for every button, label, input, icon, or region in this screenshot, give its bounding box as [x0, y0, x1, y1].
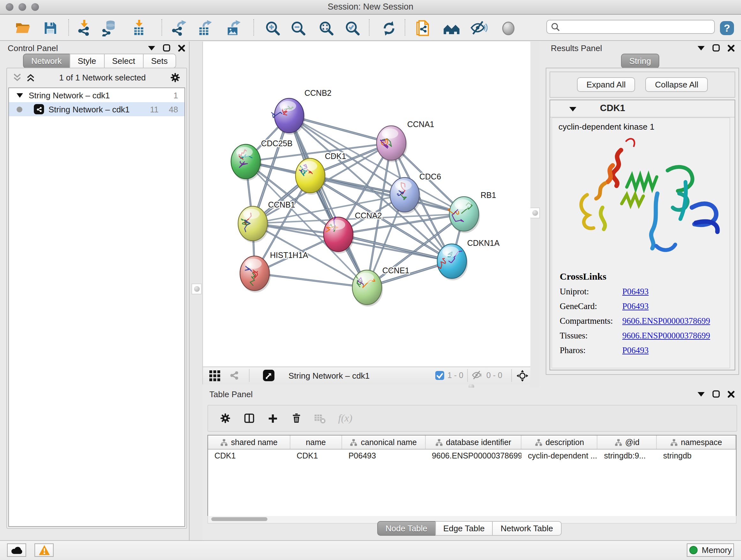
table-row[interactable]: CDK1CDK1P064939606.ENSP00000378699cyclin… — [208, 449, 736, 462]
collapse-all-button[interactable]: Collapse All — [646, 77, 708, 92]
table-cell[interactable]: stringdb:9... — [598, 449, 657, 462]
panel-float-icon[interactable] — [712, 390, 720, 398]
toolbar-divider — [68, 19, 69, 36]
network-view-canvas[interactable]: CCNB2CCNA1CDC25BCDC6RB1CDK1CCNB1CCNA2CDK… — [202, 42, 530, 367]
table-cell[interactable]: stringdb — [657, 449, 736, 462]
export-network-icon — [171, 20, 187, 37]
memory-button[interactable]: Memory — [687, 543, 734, 557]
panel-float-icon[interactable] — [163, 44, 171, 52]
column-header-description[interactable]: description — [522, 435, 597, 449]
show-columns-button[interactable] — [241, 411, 257, 426]
tab-style[interactable]: Style — [69, 54, 105, 68]
panel-close-icon[interactable] — [728, 390, 735, 397]
tab-sets[interactable]: Sets — [143, 54, 176, 68]
scrollbar-thumb[interactable] — [211, 517, 267, 521]
crosslink-value-link[interactable]: P06493 — [622, 346, 649, 356]
refresh-button[interactable] — [379, 18, 399, 38]
export-image-button[interactable] — [223, 18, 244, 38]
panel-close-icon[interactable] — [178, 44, 185, 51]
network-node-ccnb2[interactable]: CCNB2 — [271, 88, 332, 135]
collapse-all-chevron-icon[interactable] — [13, 73, 22, 82]
table-cell[interactable]: 9606.ENSP00000378699 — [425, 449, 522, 462]
fit-selected-button[interactable] — [516, 369, 529, 382]
network-node-ccne1[interactable]: CCNE1 — [352, 266, 409, 307]
document-share-button[interactable] — [413, 18, 433, 38]
network-row[interactable]: String Network – cdk1 11 48 — [9, 102, 185, 116]
node-label: CCNE1 — [382, 266, 409, 275]
tab-string[interactable]: String — [621, 54, 659, 68]
control-panel: Control Panel NetworkStyleSelectSets 1 o… — [4, 42, 189, 530]
table-cell[interactable]: CDK1 — [290, 449, 342, 462]
panel-collapse-icon[interactable] — [148, 45, 155, 51]
create-column-button[interactable] — [264, 411, 281, 426]
tab-node-table[interactable]: Node Table — [377, 521, 435, 536]
tab-network-table[interactable]: Network Table — [492, 521, 561, 536]
cloud-status-button[interactable] — [7, 543, 26, 557]
edge-count: 48 — [169, 105, 178, 114]
column-header-id[interactable]: @id — [598, 435, 657, 449]
import-network-file-button[interactable] — [74, 18, 94, 38]
network-node-cdc6[interactable]: CDC6 — [390, 172, 441, 214]
column-header-canonical-name[interactable]: canonical name — [342, 435, 425, 449]
hidden-elements-indicator[interactable]: 0 - 0 — [472, 369, 502, 382]
column-header-shared-name[interactable]: shared name — [208, 435, 290, 449]
network-node-hist1h1a[interactable]: HIST1H1A — [240, 251, 308, 293]
shared-column-tree-icon — [614, 438, 622, 446]
tab-edge-table[interactable]: Edge Table — [435, 521, 493, 536]
open-session-button[interactable] — [13, 18, 33, 38]
save-session-button[interactable] — [40, 18, 61, 38]
zoom-out-button[interactable] — [288, 18, 308, 38]
network-node-rb1[interactable]: RB1 — [448, 191, 496, 233]
grid-view-button[interactable] — [209, 369, 220, 382]
share-view-button[interactable] — [228, 369, 240, 382]
section-collapse-icon[interactable] — [569, 106, 576, 112]
table-options-button[interactable] — [217, 411, 233, 426]
expand-all-button[interactable]: Expand All — [577, 77, 635, 92]
gene-section-header[interactable]: CDK1 — [550, 100, 735, 118]
import-network-database-button[interactable] — [99, 18, 119, 38]
delete-column-button[interactable] — [288, 411, 305, 426]
table-cell[interactable]: CDK1 — [208, 449, 290, 462]
search-input[interactable] — [563, 21, 713, 34]
network-node-cdkn1a[interactable]: CDKN1A — [437, 239, 500, 280]
export-network-button[interactable] — [169, 18, 189, 38]
panel-collapse-icon[interactable] — [697, 45, 704, 51]
panel-collapse-icon[interactable] — [697, 391, 704, 396]
zoom-fit-button[interactable] — [316, 18, 336, 38]
zoom-in-button[interactable] — [262, 18, 283, 38]
tab-network[interactable]: Network — [23, 54, 70, 68]
hide-selection-button[interactable] — [468, 18, 489, 38]
selected-nodes-indicator[interactable]: 1 - 0 — [435, 369, 463, 382]
panel-float-icon[interactable] — [712, 44, 720, 52]
network-options-gear-icon[interactable] — [170, 72, 181, 83]
column-header-label: namespace — [681, 438, 722, 447]
column-header-database-identifier[interactable]: database identifier — [425, 435, 522, 449]
import-table-button[interactable] — [129, 18, 149, 38]
crosslink-value-link[interactable]: 9606.ENSP00000378699 — [622, 331, 710, 341]
show-hidden-button[interactable] — [498, 18, 518, 38]
network-graph[interactable]: CCNB2CCNA1CDC25BCDC6RB1CDK1CCNB1CCNA2CDK… — [203, 42, 530, 367]
tree-expander-icon[interactable] — [17, 92, 23, 98]
crosslink-value-link[interactable]: P06493 — [622, 301, 649, 312]
left-splitter-handle[interactable] — [192, 284, 202, 294]
network-edge[interactable] — [255, 273, 367, 287]
right-splitter-handle[interactable] — [530, 207, 540, 219]
crosslink-value-link[interactable]: 9606.ENSP00000378699 — [622, 316, 710, 326]
node-table: shared namenamecanonical namedatabase id… — [207, 435, 737, 516]
tab-select[interactable]: Select — [104, 54, 143, 68]
column-header-name[interactable]: name — [290, 435, 342, 449]
table-cell[interactable]: P06493 — [342, 449, 425, 462]
table-cell[interactable]: cyclin-dependent ... — [522, 449, 597, 462]
crosslink-value-link[interactable]: P06493 — [622, 287, 649, 297]
birdseye-view-button[interactable] — [263, 369, 274, 382]
zoom-selected-button[interactable] — [342, 18, 362, 38]
help-button[interactable]: ? — [719, 18, 735, 38]
panel-close-icon[interactable] — [728, 44, 735, 51]
warnings-button[interactable] — [35, 543, 54, 557]
expand-all-chevron-icon[interactable] — [26, 73, 35, 82]
network-toolbar-divider — [467, 369, 468, 382]
network-collection-row[interactable]: String Network – cdk1 1 — [9, 88, 185, 102]
export-table-button[interactable] — [195, 18, 215, 38]
homes-button[interactable] — [441, 18, 461, 38]
column-header-namespace[interactable]: namespace — [657, 435, 736, 449]
